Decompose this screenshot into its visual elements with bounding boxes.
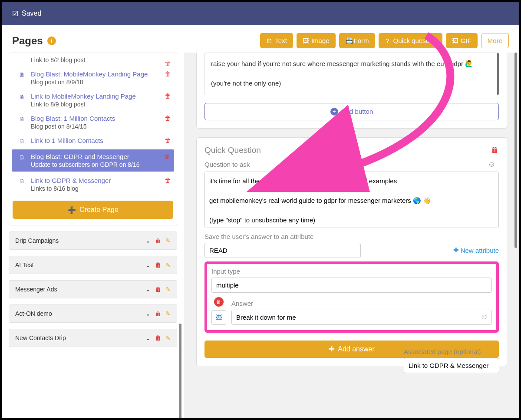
- trash-icon[interactable]: 🗑: [155, 261, 161, 268]
- section-ai-test[interactable]: AI Test ⌄ 🗑 ✎: [9, 256, 177, 274]
- info-icon[interactable]: i: [47, 36, 56, 45]
- pages-sidebar: 🗑 Link to 8/2 blog post 🗎 🗑 Blog Blast: …: [2, 53, 184, 420]
- answer-label: Answer: [231, 300, 253, 307]
- section-label: Act-ON demo: [15, 310, 52, 317]
- new-attribute-link[interactable]: ✚ New attribute: [453, 246, 499, 254]
- main-area: 🗑 Link to 8/2 blog post 🗎 🗑 Blog Blast: …: [2, 53, 519, 420]
- saved-status: Saved: [22, 10, 41, 17]
- chevron-down-icon[interactable]: ⌄: [145, 334, 151, 341]
- page-subtitle: Blog post on 8/9/18: [31, 79, 171, 86]
- add-button-button[interactable]: + Add button: [204, 103, 499, 120]
- chevron-down-icon[interactable]: ⌄: [145, 310, 151, 317]
- page-title-text: Pages: [12, 35, 43, 47]
- section-act-on-demo[interactable]: Act-ON demo ⌄ 🗑 ✎: [9, 304, 177, 323]
- new-attribute-label: New attribute: [461, 247, 499, 254]
- trash-icon[interactable]: 🗑: [165, 70, 171, 77]
- more-button[interactable]: More: [481, 33, 509, 48]
- form-block-button[interactable]: 📇Form: [339, 33, 375, 48]
- emoji-icon[interactable]: ☺: [477, 313, 491, 321]
- section-new-contacts-drip[interactable]: New Contacts Drip ⌄ 🗑 ✎: [9, 329, 177, 347]
- page-title: Pages i: [12, 35, 56, 47]
- document-icon: 🗎: [19, 138, 25, 145]
- page-link[interactable]: Link to 1 Million Contacts: [31, 137, 103, 144]
- pencil-icon[interactable]: ✎: [165, 310, 171, 317]
- trash-icon[interactable]: 🗑: [165, 93, 171, 99]
- page-subtitle: Update to subscribers on GDPR on 8/16: [31, 161, 168, 168]
- section-label: Messenger Ads: [15, 286, 57, 293]
- add-answer-label: Add answer: [338, 345, 375, 353]
- trash-icon[interactable]: 🗑: [164, 153, 170, 160]
- quick-question-button[interactable]: ?Quick question: [379, 33, 442, 48]
- page-subtitle: Links to 8/16 blog: [31, 185, 171, 192]
- trash-icon[interactable]: 🗑: [165, 137, 171, 144]
- section-messenger-ads[interactable]: Messenger Ads ⌄ 🗑 ✎: [9, 280, 177, 298]
- section-label: Drip Campaigns: [15, 237, 59, 244]
- page-item-selected[interactable]: 🗎 🗑 Blog Blast: GDPR and Messenger Updat…: [12, 149, 174, 172]
- plus-icon: ✚: [329, 345, 334, 353]
- trash-icon[interactable]: 🗑: [165, 60, 171, 67]
- trash-icon[interactable]: 🗑: [155, 334, 161, 341]
- image-icon: 🖼: [303, 37, 309, 44]
- quick-question-card: Quick Question 🗑 Question to ask ☺ Save …: [196, 137, 507, 366]
- plus-icon: ➕: [67, 206, 76, 214]
- input-type-label: Input type: [211, 268, 240, 275]
- trash-icon[interactable]: 🗑: [165, 115, 171, 122]
- message-card: raise your hand if you're not sure where…: [196, 53, 507, 129]
- page-item[interactable]: 🗎 🗑 Link to GDPR & Messenger Links to 8/…: [9, 173, 177, 195]
- trash-icon[interactable]: 🗑: [491, 146, 499, 155]
- answer-image-button[interactable]: 🖼: [211, 310, 226, 325]
- pencil-icon[interactable]: ✎: [165, 334, 171, 341]
- emoji-icon[interactable]: ☺: [485, 160, 499, 169]
- check-icon: ☑: [12, 10, 18, 18]
- question-icon: ?: [385, 37, 391, 44]
- page-link[interactable]: Blog Blast: GDPR and Messenger: [31, 153, 129, 160]
- page-header: Pages i 🗎Text 🖼Image 📇Form ?Quick questi…: [2, 25, 519, 53]
- page-item[interactable]: 🗎 🗑 Blog Blast: MobileMonkey Landing Pag…: [9, 67, 177, 89]
- quick-question-title: Quick Question: [204, 146, 261, 155]
- answer-input[interactable]: [232, 310, 477, 324]
- trash-icon[interactable]: 🗑: [165, 177, 171, 184]
- associated-page-select[interactable]: [404, 358, 499, 373]
- content-toolbar: 🗎Text 🖼Image 📇Form ?Quick question 🖼GIF …: [260, 33, 509, 48]
- image-block-button[interactable]: 🖼Image: [297, 33, 336, 48]
- chevron-down-icon[interactable]: ⌄: [145, 237, 151, 244]
- trash-icon[interactable]: 🗑: [155, 237, 161, 244]
- create-page-button[interactable]: ➕ Create Page: [13, 201, 173, 219]
- page-item[interactable]: 🗎 🗑 Blog Blast: 1 Million Contacts Blog …: [9, 111, 177, 133]
- page-subtitle: Blog post on 8/14/15: [31, 123, 171, 130]
- page-item[interactable]: 🗎 🗑 Link to MobileMonkey Landing Page Li…: [9, 89, 177, 111]
- pencil-icon[interactable]: ✎: [165, 261, 171, 268]
- trash-icon[interactable]: 🗑: [155, 286, 161, 293]
- pencil-icon[interactable]: ✎: [165, 286, 171, 293]
- text-block-button[interactable]: 🗎Text: [260, 33, 293, 48]
- document-icon: 🗎: [19, 178, 25, 185]
- editor-scrollbar[interactable]: [514, 53, 517, 248]
- page-item[interactable]: 🗎 🗑 Link to 1 Million Contacts: [9, 133, 177, 148]
- trash-icon[interactable]: 🗑: [155, 310, 161, 317]
- editor-panel: raise your hand if you're not sure where…: [184, 53, 519, 420]
- page-link[interactable]: Blog Blast: MobileMonkey Landing Page: [31, 70, 148, 78]
- question-textarea[interactable]: [204, 172, 499, 228]
- answer-input-wrap: ☺: [231, 310, 492, 325]
- page-item[interactable]: 🗑 Link to 8/2 blog post: [9, 56, 177, 67]
- input-type-select[interactable]: [211, 278, 492, 293]
- page-link[interactable]: Blog Blast: 1 Million Contacts: [31, 115, 115, 122]
- page-subtitle: Link to 8/9 blog post: [31, 101, 171, 108]
- gif-block-button[interactable]: 🖼GIF: [446, 33, 478, 48]
- create-page-label: Create Page: [79, 206, 119, 214]
- message-text-block[interactable]: raise your hand if you're not sure where…: [204, 53, 499, 95]
- attribute-input[interactable]: [204, 243, 361, 258]
- document-icon: 🗎: [19, 71, 25, 78]
- chevron-down-icon[interactable]: ⌄: [145, 261, 151, 268]
- document-icon: 🗎: [19, 93, 25, 100]
- text-icon: 🗎: [266, 37, 272, 44]
- page-link[interactable]: Link to MobileMonkey Landing Page: [31, 93, 136, 100]
- page-link[interactable]: Link to GDPR & Messenger: [31, 177, 111, 184]
- section-drip-campaigns[interactable]: Drip Campaigns ⌄ 🗑 ✎: [9, 231, 177, 250]
- sidebar-scrollbar[interactable]: [179, 324, 181, 420]
- page-list: 🗑 Link to 8/2 blog post 🗎 🗑 Blog Blast: …: [9, 53, 177, 225]
- chevron-down-icon[interactable]: ⌄: [145, 286, 151, 293]
- form-icon: 📇: [345, 37, 351, 45]
- pencil-icon[interactable]: ✎: [165, 237, 171, 244]
- delete-answer-button[interactable]: 🗑: [214, 297, 224, 307]
